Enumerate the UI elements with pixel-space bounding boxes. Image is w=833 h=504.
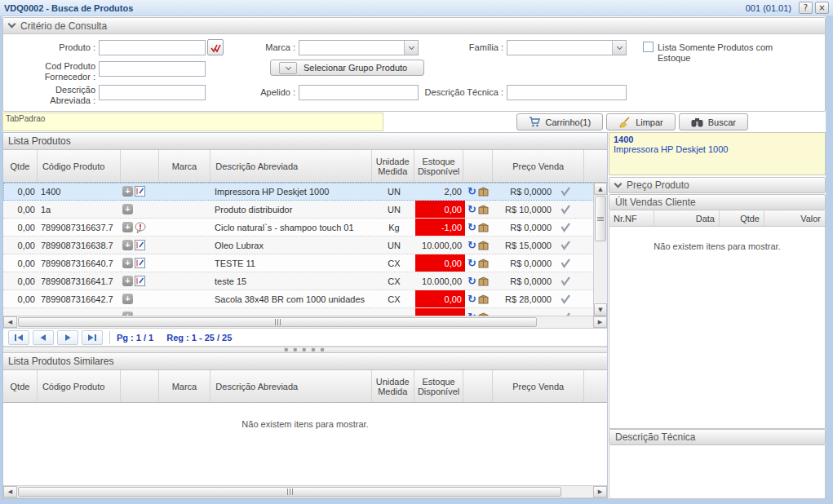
scrollbar-thumb[interactable] — [595, 196, 606, 241]
scrollbar-thumb[interactable] — [18, 487, 561, 497]
product-note-icon[interactable] — [135, 258, 145, 268]
package-icon[interactable] — [478, 241, 489, 250]
col-header-descricao[interactable]: Descrição Abreviada — [210, 150, 371, 182]
col-header-data[interactable]: Data — [654, 210, 720, 226]
price-check-icon[interactable] — [553, 290, 578, 307]
descricao-abreviada-input[interactable] — [99, 85, 206, 100]
limpar-button[interactable]: Limpar — [606, 113, 676, 130]
add-to-cart-icon[interactable]: + — [122, 258, 133, 268]
add-to-cart-icon[interactable]: + — [122, 312, 133, 316]
panel-splitter[interactable]: ■ ■ ■ ■ ■ — [3, 347, 607, 353]
preco-produto-header[interactable]: Preço Produto — [609, 177, 826, 193]
col-header-marca[interactable]: Marca — [159, 150, 211, 182]
refresh-stock-icon[interactable]: ↻ — [467, 240, 476, 250]
col-header-qtde[interactable]: Qtde — [720, 210, 764, 226]
refresh-stock-icon[interactable]: ↻ — [467, 276, 476, 286]
table-row[interactable]: 0,00 1400 + Impressora HP Deskjet 1000 U… — [3, 183, 607, 201]
add-to-cart-icon[interactable]: + — [122, 276, 133, 286]
add-to-cart-icon[interactable]: + — [122, 294, 133, 304]
col-header-valor[interactable]: Valor — [764, 210, 825, 226]
table-row[interactable]: + ↻ — [3, 308, 607, 316]
col-header-codigo[interactable]: Código Produto — [38, 370, 121, 402]
col-header-icons[interactable] — [121, 150, 159, 182]
apelido-input[interactable] — [299, 85, 419, 100]
price-check-icon[interactable] — [553, 237, 578, 254]
price-check-icon[interactable] — [553, 219, 578, 236]
familia-select[interactable] — [507, 40, 627, 55]
product-note-icon[interactable] — [135, 276, 145, 286]
package-icon[interactable] — [478, 187, 489, 197]
first-page-button[interactable] — [8, 330, 29, 345]
table-row[interactable]: 0,00 7899087316640.7 + TESTE 11 CX 0,00 … — [3, 254, 607, 272]
col-header-codigo[interactable]: Código Produto — [38, 150, 121, 182]
buscar-button[interactable]: Buscar — [679, 113, 748, 130]
col-header-unidade[interactable]: Unidade Medida — [372, 150, 414, 182]
cod-produto-fornecedor-input[interactable] — [99, 61, 206, 77]
scroll-down-button[interactable]: ▼ — [594, 303, 607, 316]
package-icon[interactable] — [478, 259, 489, 268]
previous-page-button[interactable] — [33, 330, 54, 345]
price-check-icon[interactable] — [553, 308, 578, 316]
price-check-icon[interactable] — [553, 272, 578, 290]
scrollbar-track[interactable] — [538, 316, 593, 328]
col-header-qtde[interactable]: Qtde — [3, 370, 38, 402]
warning-balloon-icon[interactable] — [135, 222, 146, 233]
package-icon[interactable] — [478, 223, 489, 232]
scroll-left-button[interactable]: ◀ — [3, 486, 17, 497]
criteria-header[interactable]: Critério de Consulta — [3, 18, 825, 34]
package-icon[interactable] — [478, 276, 489, 286]
refresh-stock-icon[interactable]: ↻ — [467, 222, 476, 232]
table-row[interactable]: 0,00 7899087316638.7 + Oleo Lubrax UN 10… — [3, 237, 607, 254]
add-to-cart-icon[interactable]: + — [122, 186, 133, 197]
table-row[interactable]: 0,00 1a + Produto distribuidor UN 0,00 ↻… — [3, 201, 607, 219]
cell-preco — [494, 308, 553, 316]
help-button[interactable]: ? — [799, 2, 813, 14]
table-row[interactable]: 0,00 7899087316637.7 + Ciclo natural`s -… — [3, 219, 607, 237]
refresh-stock-icon[interactable]: ↻ — [467, 294, 476, 304]
refresh-stock-icon[interactable]: ↻ — [467, 312, 476, 316]
refresh-stock-icon[interactable]: ↻ — [467, 204, 476, 214]
refresh-stock-icon[interactable]: ↻ — [467, 186, 476, 197]
scroll-right-button[interactable]: ▶ — [593, 486, 607, 497]
col-header-estoque[interactable]: Estoque Disponível — [414, 370, 464, 402]
close-button[interactable]: × — [815, 2, 829, 14]
marca-select[interactable] — [299, 40, 419, 55]
package-icon[interactable] — [478, 312, 489, 316]
carrinho-button[interactable]: Carrinho(1) — [516, 113, 603, 130]
table-row[interactable]: 0,00 7899087316641.7 + teste 15 CX 10.00… — [3, 272, 607, 290]
last-page-button[interactable] — [82, 330, 103, 345]
product-note-icon[interactable] — [135, 240, 145, 250]
next-page-button[interactable] — [57, 330, 78, 345]
scroll-up-button[interactable]: ▲ — [594, 183, 607, 195]
col-header-unidade[interactable]: Unidade Medida — [372, 370, 414, 402]
price-check-icon[interactable] — [553, 201, 578, 218]
col-header-nrnf[interactable]: Nr.NF — [609, 210, 654, 226]
scroll-left-button[interactable]: ◀ — [3, 316, 17, 328]
col-header-marca[interactable]: Marca — [159, 370, 211, 402]
col-header-qtde[interactable]: Qtde — [3, 150, 38, 182]
col-header-estoque[interactable]: Estoque Disponível — [414, 150, 464, 182]
refresh-stock-icon[interactable]: ↻ — [467, 258, 476, 268]
col-header-icons[interactable] — [121, 370, 159, 402]
price-check-icon[interactable] — [553, 254, 578, 272]
scrollbar-track[interactable] — [594, 242, 607, 303]
product-note-icon[interactable] — [135, 186, 145, 197]
scrollbar-thumb[interactable] — [18, 317, 537, 327]
col-header-preco[interactable]: Preço Venda — [493, 150, 584, 182]
produto-input[interactable] — [99, 40, 206, 55]
package-icon[interactable] — [478, 205, 489, 214]
scroll-right-button[interactable]: ▶ — [593, 316, 607, 328]
scrollbar-track[interactable] — [562, 486, 593, 497]
add-to-cart-icon[interactable]: + — [122, 240, 133, 250]
package-icon[interactable] — [478, 294, 489, 304]
price-check-icon[interactable] — [553, 183, 578, 200]
table-row[interactable]: 0,00 7899087316642.7 + Sacola 38x48 BR c… — [3, 290, 607, 308]
col-header-preco[interactable]: Preço Venda — [493, 370, 584, 402]
col-header-descricao[interactable]: Descrição Abreviada — [210, 370, 371, 402]
selecionar-grupo-produto-button[interactable]: Selecionar Grupo Produto — [270, 60, 424, 76]
add-to-cart-icon[interactable]: + — [122, 204, 133, 214]
descricao-tecnica-input[interactable] — [507, 85, 627, 100]
lista-somente-estoque-checkbox[interactable] — [643, 42, 654, 52]
produto-validate-button[interactable] — [207, 39, 224, 55]
add-to-cart-icon[interactable]: + — [122, 222, 133, 232]
